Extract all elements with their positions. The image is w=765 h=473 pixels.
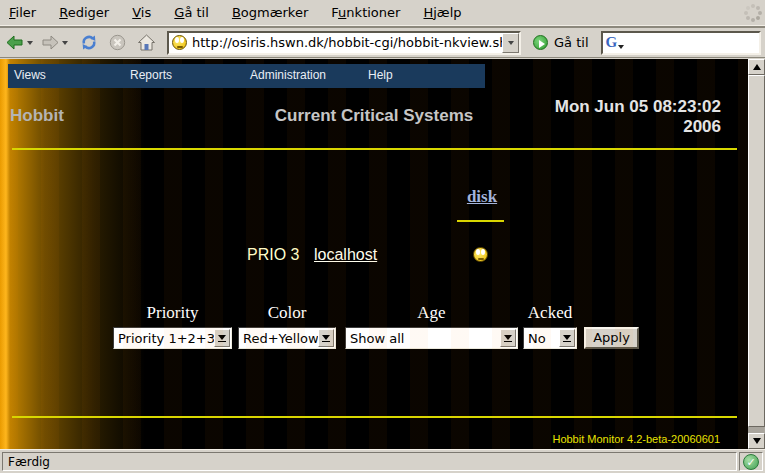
- forward-icon: [40, 34, 60, 51]
- url-bar[interactable]: http://osiris.hswn.dk/hobbit-cgi/hobbit-…: [167, 31, 521, 55]
- vertical-scrollbar[interactable]: [748, 59, 765, 449]
- age-select[interactable]: Show all: [345, 327, 518, 349]
- search-input[interactable]: G: [601, 31, 761, 55]
- menu-vis[interactable]: Vis: [123, 0, 160, 24]
- url-input[interactable]: http://osiris.hswn.dk/hobbit-cgi/hobbit-…: [192, 35, 502, 50]
- priority-select-value: Priority 1+2+3: [114, 331, 214, 346]
- menu-label-part: B: [232, 5, 241, 20]
- menu-label-part: V: [132, 5, 141, 20]
- column-link-disk[interactable]: disk: [450, 187, 514, 207]
- throbber-icon: [741, 1, 764, 25]
- nav-item-administration[interactable]: Administration: [250, 68, 326, 82]
- timestamp-line1: Mon Jun 05 08:23:02: [555, 97, 721, 117]
- site-brand: Hobbit: [10, 106, 64, 126]
- scroll-up-button[interactable]: [748, 59, 765, 75]
- url-dropdown-button[interactable]: [502, 33, 519, 53]
- footer-version-text: Hobbit Monitor 4.2-beta-20060601: [552, 433, 720, 445]
- report-timestamp: Mon Jun 05 08:23:02 2006: [555, 97, 721, 137]
- chevron-down-icon: [508, 41, 514, 45]
- menu-label-part: is: [141, 5, 151, 20]
- menu-label-part: iler: [16, 5, 37, 20]
- divider: [12, 148, 737, 150]
- nav-item-reports[interactable]: Reports: [130, 68, 172, 82]
- menu-label-part: G: [174, 5, 184, 20]
- acked-header: Acked: [510, 303, 590, 323]
- menu-label-part: jælp: [433, 5, 461, 20]
- page-nav-bar: Views Reports Administration Help: [8, 64, 485, 88]
- go-button-label: Gå til: [554, 35, 589, 50]
- smiley-favicon: [172, 35, 187, 50]
- search-engine-dropdown-icon[interactable]: [618, 45, 624, 49]
- menu-label-part: R: [59, 5, 67, 20]
- acked-select[interactable]: No: [523, 327, 577, 349]
- home-button[interactable]: [135, 30, 158, 56]
- menu-hjaelp[interactable]: Hjælp: [414, 0, 470, 24]
- acked-select-value: No: [524, 331, 559, 346]
- status-icon-panel: ✓: [739, 452, 763, 471]
- menu-label-part: nktioner: [346, 5, 400, 20]
- menu-label-part: å til: [184, 5, 208, 20]
- home-icon: [137, 34, 156, 51]
- timestamp-line2: 2006: [555, 117, 721, 137]
- host-link-localhost[interactable]: localhost: [314, 246, 377, 264]
- reload-icon: [80, 34, 98, 51]
- menu-filer[interactable]: Filer: [0, 0, 45, 24]
- age-select-value: Show all: [346, 331, 500, 346]
- menu-gaa-til[interactable]: Gå til: [165, 0, 218, 24]
- chevron-down-icon: [214, 329, 230, 347]
- browser-viewport: Views Reports Administration Help Hobbit…: [0, 59, 765, 449]
- menu-bar: Filer Rediger Vis Gå til Bogmærker Funkt…: [0, 0, 765, 28]
- arrow-down-icon: [753, 438, 761, 444]
- browser-window: Filer Rediger Vis Gå til Bogmærker Funkt…: [0, 0, 765, 473]
- priority-group-label: PRIO 3: [247, 246, 299, 264]
- age-header: Age: [345, 303, 518, 323]
- menu-funktioner[interactable]: Funktioner: [322, 0, 409, 24]
- color-select[interactable]: Red+Yellow: [238, 327, 336, 349]
- back-dropdown-icon[interactable]: [27, 41, 33, 45]
- search-engine-icon[interactable]: G: [606, 35, 618, 50]
- chevron-down-icon: [559, 329, 575, 347]
- forward-dropdown-icon[interactable]: [62, 41, 68, 45]
- nav-item-help[interactable]: Help: [368, 68, 393, 82]
- go-button[interactable]: Gå til: [533, 35, 589, 50]
- chevron-down-icon: [318, 329, 334, 347]
- status-text: Færdig: [2, 452, 737, 471]
- back-button[interactable]: [3, 30, 35, 56]
- stop-button[interactable]: [107, 30, 128, 56]
- status-bar: Færdig ✓: [0, 449, 765, 473]
- scroll-down-button[interactable]: [748, 433, 765, 449]
- chevron-down-icon: [500, 329, 516, 347]
- column-underline: [457, 220, 504, 222]
- menu-rediger[interactable]: Rediger: [50, 0, 118, 24]
- menu-label-part: ogmærker: [241, 5, 308, 20]
- go-icon: [533, 35, 548, 50]
- color-select-value: Red+Yellow: [239, 331, 318, 346]
- priority-select[interactable]: Priority 1+2+3: [113, 327, 232, 349]
- stop-icon: [109, 34, 126, 51]
- priority-header: Priority: [113, 303, 232, 323]
- menu-label-part: H: [423, 5, 433, 20]
- navigation-toolbar: http://osiris.hswn.dk/hobbit-cgi/hobbit-…: [0, 28, 765, 58]
- color-header: Color: [238, 303, 336, 323]
- arrow-up-icon: [753, 64, 761, 70]
- check-circle-icon: ✓: [743, 454, 759, 470]
- apply-button[interactable]: Apply: [584, 327, 639, 349]
- divider: [12, 416, 737, 418]
- yellow-smiley-status-icon[interactable]: [473, 247, 488, 262]
- forward-button[interactable]: [38, 30, 70, 56]
- menu-label-part: ediger: [68, 5, 109, 20]
- hobbit-page: Views Reports Administration Help Hobbit…: [0, 59, 748, 449]
- menu-bogmaerker[interactable]: Bogmærker: [223, 0, 317, 24]
- reload-button[interactable]: [78, 30, 100, 56]
- scrollbar-thumb[interactable]: [748, 75, 765, 427]
- nav-item-views[interactable]: Views: [14, 68, 46, 82]
- back-icon: [5, 34, 25, 51]
